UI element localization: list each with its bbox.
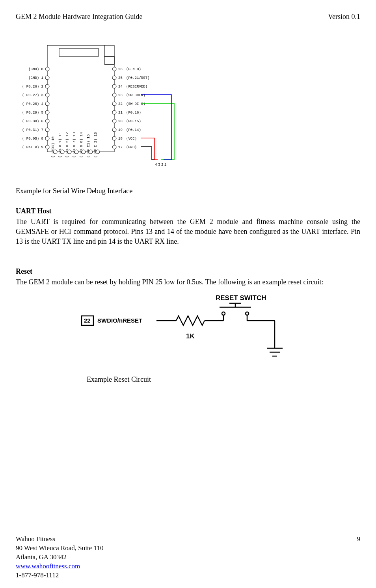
svg-text:( P0.0 7)  13: ( P0.0 7) 13 (73, 132, 76, 158)
footer-website[interactable]: www.wahoofitness.com (16, 562, 80, 570)
svg-text:( LED1)  10: ( LED1) 10 (51, 136, 55, 158)
svg-text:21: 21 (118, 111, 123, 115)
svg-point-18 (45, 119, 49, 123)
uart-body: The UART is required for communicating b… (16, 217, 360, 247)
svg-point-22 (45, 136, 49, 140)
svg-point-78 (222, 312, 225, 315)
svg-point-35 (112, 93, 116, 97)
page-footer: Wahoo Fitness 90 West Wieuca Road, Suite… (16, 535, 360, 580)
svg-text:19: 19 (118, 128, 123, 132)
svg-point-32 (112, 84, 116, 88)
footer-phone: 1-877-978-1112 (16, 571, 360, 580)
svg-text:( NF C 2)  16: ( NF C 2) 16 (94, 132, 98, 158)
svg-text:( P0.30) 6: ( P0.30) 6 (22, 119, 43, 123)
svg-text:(GND): (GND) (126, 146, 137, 149)
uart-heading: UART Host (16, 206, 360, 216)
svg-text:(G   N  D): (G N D) (126, 67, 141, 71)
svg-text:24: 24 (118, 85, 123, 89)
svg-point-53 (112, 145, 116, 149)
svg-text:3: 3 (158, 163, 160, 167)
svg-text:(GND) 0: (GND) 0 (28, 67, 43, 71)
svg-text:( P0.0 1)  11: ( P0.0 1) 11 (58, 132, 62, 158)
svg-point-38 (112, 102, 116, 106)
reset-pin-num: 22 (84, 317, 91, 324)
svg-text:23: 23 (118, 93, 123, 97)
footer-company: Wahoo Fitness (16, 535, 360, 544)
svg-text:( P0.29) 5: ( P0.29) 5 (22, 111, 43, 115)
footer-address1: 90 West Wieuca Road, Suite 110 (16, 544, 360, 553)
svg-text:22: 22 (118, 102, 123, 106)
pinout-diagram: (GND) 0(GND) 1( P0.26) 2( P0.27) 3( P0.2… (16, 41, 360, 178)
doc-version: Version 0.1 (328, 12, 360, 22)
svg-point-47 (112, 128, 116, 132)
reset-pin-label: SWDIO/nRESET (97, 317, 142, 324)
svg-rect-1 (59, 49, 99, 56)
svg-text:( P0.26) 2: ( P0.26) 2 (22, 85, 43, 89)
svg-point-24 (45, 145, 49, 149)
svg-text:2: 2 (161, 163, 163, 167)
svg-text:( P0.27) 3: ( P0.27) 3 (22, 93, 43, 97)
svg-text:(P0.21/RST): (P0.21/RST) (126, 76, 149, 80)
svg-text:17: 17 (118, 146, 123, 149)
svg-text:20: 20 (118, 119, 123, 123)
svg-text:(P0.15): (P0.15) (126, 119, 141, 123)
svg-point-44 (112, 119, 116, 123)
svg-point-41 (112, 110, 116, 114)
svg-text:18: 18 (118, 137, 123, 141)
svg-point-10 (45, 84, 49, 88)
svg-text:(GND) 1: (GND) 1 (28, 76, 43, 80)
svg-point-16 (45, 110, 49, 114)
footer-address2: Atlanta, GA 30342 (16, 553, 360, 562)
svg-text:(  PAI R) 9: ( PAI R) 9 (22, 146, 43, 149)
svg-text:26: 26 (118, 67, 123, 71)
svg-point-8 (45, 76, 49, 80)
svg-point-50 (112, 136, 116, 140)
svg-text:( P0.0 8)  14: ( P0.0 8) 14 (80, 132, 84, 158)
svg-point-20 (45, 128, 49, 132)
svg-point-6 (45, 67, 49, 71)
svg-text:( NF C1)  15: ( NF C1) 15 (87, 134, 91, 158)
svg-point-12 (45, 93, 49, 97)
reset-circuit-diagram: RESET SWITCH 22 SWDIO/nRESET 1K (16, 293, 360, 371)
svg-point-80 (246, 312, 249, 315)
resistor-label: 1K (186, 332, 195, 340)
page-header: GEM 2 Module Hardware Integration Guide … (16, 12, 360, 22)
diagram1-caption: Example for Serial Wire Debug Interface (16, 186, 360, 196)
reset-caption: Example Reset Circuit (87, 375, 360, 385)
svg-point-26 (112, 67, 116, 71)
svg-text:(P0.16): (P0.16) (126, 111, 141, 115)
svg-text:( P0.0 2)  12: ( P0.0 2) 12 (65, 132, 69, 158)
svg-text:(P0.14): (P0.14) (126, 128, 141, 132)
svg-text:1: 1 (164, 163, 166, 167)
svg-text:25: 25 (118, 76, 123, 80)
reset-heading: Reset (16, 267, 360, 276)
svg-text:(RESERVED): (RESERVED) (126, 85, 147, 89)
doc-title: GEM 2 Module Hardware Integration Guide (16, 12, 142, 22)
svg-text:( P0.05) 8: ( P0.05) 8 (22, 137, 43, 141)
reset-body: The GEM 2 module can be reset by holding… (16, 277, 360, 287)
svg-rect-2 (104, 56, 114, 64)
svg-point-14 (45, 102, 49, 106)
svg-text:4: 4 (155, 163, 157, 167)
svg-text:(VCC): (VCC) (126, 137, 137, 141)
svg-text:(SW DI O): (SW DI O) (126, 102, 145, 106)
svg-text:(SW DCLK): (SW DCLK) (126, 93, 145, 97)
svg-point-29 (112, 76, 116, 80)
svg-text:( P0.31) 7: ( P0.31) 7 (22, 128, 43, 132)
reset-switch-label: RESET SWITCH (216, 294, 266, 302)
svg-text:( P0.28) 4: ( P0.28) 4 (22, 102, 43, 106)
page-number: 9 (357, 535, 361, 544)
